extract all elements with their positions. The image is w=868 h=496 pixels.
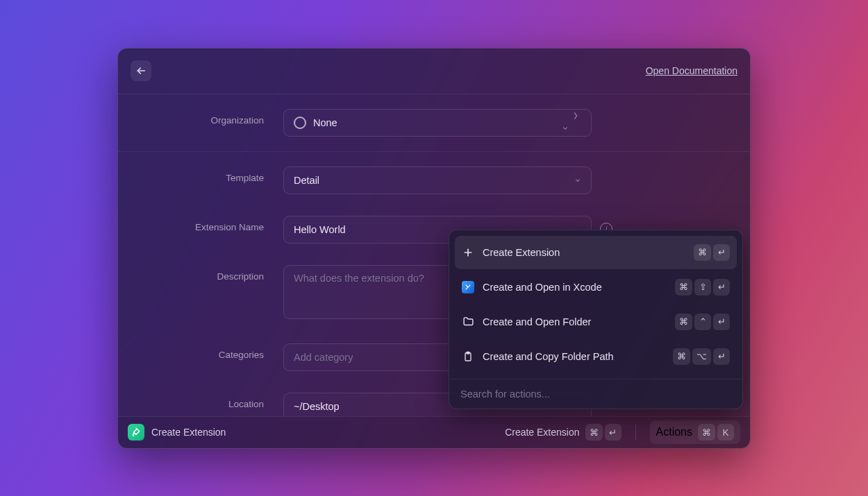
organization-value: None: [313, 117, 337, 128]
action-label: Create and Open Folder: [483, 316, 591, 327]
action-panel-list: Create Extension ⌘ ↵ Create and Open in …: [449, 230, 742, 379]
action-create-open-folder[interactable]: Create and Open Folder ⌘ ⌃ ↵: [455, 305, 737, 339]
action-search-input[interactable]: [460, 388, 731, 400]
action-label: Create Extension: [483, 247, 560, 258]
action-shortcut: ⌘ ↵: [694, 244, 730, 261]
footer-actions-label: Actions: [656, 426, 692, 438]
xcode-icon: [462, 281, 474, 293]
footer-primary-label: Create Extension: [505, 427, 579, 438]
organization-row: Organization None: [118, 94, 750, 152]
action-panel: Create Extension ⌘ ↵ Create and Open in …: [449, 230, 743, 409]
template-label: Template: [131, 166, 283, 183]
extension-name-label: Extension Name: [131, 216, 283, 232]
location-label: Location: [131, 393, 283, 409]
action-create-open-xcode[interactable]: Create and Open in Xcode ⌘ ⇧ ↵: [455, 271, 737, 304]
window-footer: Create Extension Create Extension ⌘ ↵ Ac…: [118, 416, 750, 448]
action-shortcut: ⌘ ⌃ ↵: [675, 314, 730, 330]
footer-separator: [635, 425, 636, 440]
app-badge-icon: [128, 424, 144, 441]
footer-primary-action[interactable]: Create Extension ⌘ ↵: [505, 424, 621, 441]
organization-select[interactable]: None: [283, 109, 592, 137]
none-icon: [294, 117, 306, 129]
action-create-copy-path[interactable]: Create and Copy Folder Path ⌘ ⌥ ↵: [455, 340, 737, 373]
footer-actions-shortcut: ⌘ K: [698, 424, 734, 441]
action-shortcut: ⌘ ⌥ ↵: [673, 348, 730, 365]
action-create-extension[interactable]: Create Extension ⌘ ↵: [455, 236, 737, 269]
action-shortcut: ⌘ ⇧ ↵: [675, 279, 730, 296]
template-row: Template Detail: [118, 152, 750, 209]
organization-label: Organization: [131, 109, 283, 126]
chevron-down-icon: [571, 111, 581, 134]
action-label: Create and Copy Folder Path: [483, 351, 614, 362]
categories-label: Categories: [131, 343, 283, 360]
open-documentation-link[interactable]: Open Documentation: [646, 65, 737, 76]
folder-icon: [462, 316, 474, 328]
action-label: Create and Open in Xcode: [483, 282, 602, 293]
clipboard-icon: [462, 350, 474, 363]
template-value: Detail: [294, 175, 319, 186]
description-label: Description: [131, 265, 283, 282]
plus-icon: [462, 246, 474, 259]
back-button[interactable]: [131, 60, 151, 81]
chevron-down-icon: [574, 175, 581, 186]
action-panel-search: [449, 379, 742, 409]
footer-app-title: Create Extension: [151, 427, 226, 438]
footer-actions-button[interactable]: Actions ⌘ K: [650, 420, 740, 444]
window-header: Open Documentation: [118, 49, 750, 94]
create-extension-window: Open Documentation Organization None: [117, 48, 751, 449]
footer-primary-shortcut: ⌘ ↵: [585, 424, 621, 441]
template-select[interactable]: Detail: [283, 166, 592, 194]
